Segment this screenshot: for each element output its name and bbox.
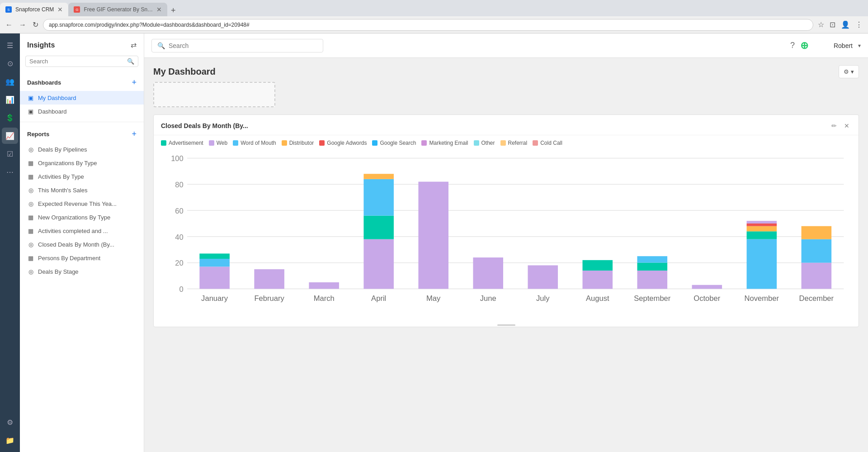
sidebar-item-activities-by-type[interactable]: ▦ Activities By Type [20,170,144,183]
reports-section-header: Reports + [20,126,144,143]
dashboards-add-button[interactable]: + [132,78,137,87]
svg-text:60: 60 [175,207,183,215]
legend-dot [533,140,538,146]
bar-segment [637,271,668,289]
svg-text:June: June [480,294,496,303]
extensions-icon[interactable]: ⋮ [854,19,864,30]
tab-close-gif[interactable]: ✕ [156,6,162,13]
sidebar-item-deals-by-pipelines[interactable]: ◎ Deals By Pipelines [20,143,144,156]
nav-icon-analytics[interactable]: 📊 [2,91,18,108]
new-tab-button[interactable]: + [167,6,179,15]
legend-item-web: Web [209,140,227,146]
chart-close-button[interactable]: ✕ [842,121,851,130]
cast-icon[interactable]: ⊡ [828,19,837,30]
sidebar-search-input[interactable] [29,58,124,65]
back-button[interactable]: ← [4,20,14,30]
legend-dot [233,140,238,146]
bar-segment [802,263,832,289]
sidebar-item-expected-revenue[interactable]: ◎ Expected Revenue This Yea... [20,197,144,210]
nav-icon-deals[interactable]: 💲 [2,109,18,126]
svg-text:November: November [745,294,779,303]
svg-text:January: January [201,294,228,303]
main-content: 🔍 ? ⊕ R Robert ▾ My Dashboard ⚙ ▾ [144,33,868,452]
sidebar-item-label-6: Activities completed and ... [38,228,137,234]
tab-favicon-gif: G [74,6,80,13]
help-icon[interactable]: ? [790,41,795,50]
bar-segment [637,263,668,271]
chevron-down-icon: ▾ [851,68,854,75]
sidebar-item-closed-deals[interactable]: ◎ Closed Deals By Month (By... [20,238,144,251]
nav-icon-menu[interactable]: ☰ [2,37,18,53]
profile-icon[interactable]: 👤 [839,19,852,30]
reports-section: Reports + ◎ Deals By Pipelines ▦ Organiz… [20,124,144,280]
svg-text:August: August [586,294,609,303]
user-name[interactable]: Robert [834,42,853,49]
sidebar-item-this-months-sales[interactable]: ◎ This Month's Sales [20,183,144,197]
legend-dot [282,140,287,146]
bar-segment [582,260,613,271]
tab-close-snapforce[interactable]: ✕ [57,6,63,13]
bar-segment [199,266,230,289]
bar-segment [199,253,230,259]
address-bar-row: ← → ↻ ☆ ⊡ 👤 ⋮ [0,16,868,33]
bar-segment [802,239,832,263]
report-icon-4: ◎ [27,200,34,207]
legend-dot [500,140,506,146]
dashboards-section-header: Dashboards + [20,74,144,91]
sidebar-filter-icon[interactable]: ⇄ [131,41,137,49]
sidebar-title: Insights [27,41,55,49]
bar-segment [747,231,777,239]
legend-item-marketing-email: Marketing Email [421,140,468,146]
top-search-input[interactable] [169,42,317,49]
bookmark-icon[interactable]: ☆ [816,19,826,30]
sidebar-item-new-organizations[interactable]: ▦ New Organizations By Type [20,210,144,224]
bar-segment [582,271,613,289]
svg-text:September: September [634,294,671,303]
legend-dot [372,140,377,146]
user-avatar: R [814,38,828,53]
sidebar-item-organizations-by-type[interactable]: ▦ Organizations By Type [20,156,144,170]
page-settings-button[interactable]: ⚙ ▾ [839,65,859,78]
sidebar-item-label-7: Closed Deals By Month (By... [38,241,137,248]
address-input[interactable] [43,19,813,31]
chart-widget-title: Closed Deals By Month (By... [161,122,248,129]
add-icon[interactable]: ⊕ [800,40,808,52]
content-area: Closed Deals By Month (By... ✏ ✕ Adverti… [144,82,868,452]
nav-icon-settings[interactable]: ⚙ [2,414,18,430]
dashboards-section-title: Dashboards [27,79,61,86]
bar-segment [363,216,394,239]
nav-icon-files[interactable]: 📁 [2,432,18,448]
bar-segment [528,265,558,289]
nav-icon-contacts[interactable]: 👥 [2,73,18,90]
nav-icon-home[interactable]: ⊙ [2,55,18,71]
nav-icon-more[interactable]: ⋯ [2,164,18,180]
reload-button[interactable]: ↻ [31,19,40,30]
sidebar-item-dashboard[interactable]: ▣ Dashboard [20,105,144,118]
legend-item-other: Other [474,140,495,146]
bar-segment [747,239,777,289]
legend-dot [209,140,214,146]
forward-button[interactable]: → [17,20,28,30]
chart-edit-button[interactable]: ✏ [830,121,839,130]
sidebar-item-my-dashboard[interactable]: ▣ My Dashboard [20,91,144,105]
sidebar-header: Insights ⇄ [20,33,144,53]
reports-section-title: Reports [27,131,49,138]
tab-favicon-snapforce: S [5,6,12,13]
nav-icon-activities[interactable]: ☑ [2,146,18,162]
chart-resize-handle[interactable] [154,323,859,327]
sidebar-item-label-5: New Organizations By Type [38,214,137,221]
tab-gif[interactable]: G Free GIF Generator By Sn… ✕ [68,3,167,16]
sidebar-item-activities-completed[interactable]: ▦ Activities completed and ... [20,224,144,238]
bar-segment [254,269,284,289]
reports-add-button[interactable]: + [132,129,137,139]
legend-item-cold-call: Cold Call [533,140,562,146]
sidebar-item-deals-by-stage[interactable]: ◎ Deals By Stage [20,265,144,278]
tab-snapforce[interactable]: S Snapforce CRM ✕ [0,3,68,16]
svg-text:40: 40 [175,233,183,242]
bar-segment [418,182,448,289]
report-icon-0: ◎ [27,146,34,153]
nav-icon-reports[interactable]: 📈 [2,128,18,144]
tab-title-snapforce: Snapforce CRM [15,6,54,13]
sidebar-item-persons-by-dept[interactable]: ▦ Persons By Department [20,251,144,265]
user-menu-chevron[interactable]: ▾ [858,43,861,49]
